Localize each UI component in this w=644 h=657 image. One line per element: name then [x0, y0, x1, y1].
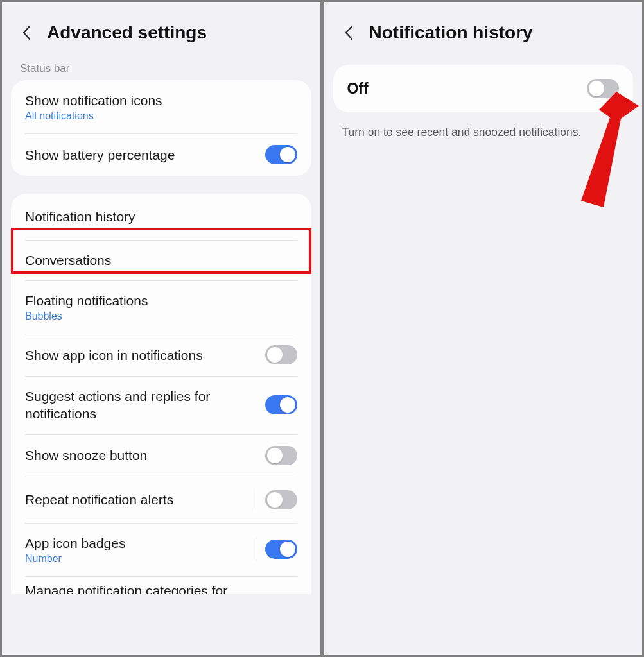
toggle-show-snooze[interactable]	[265, 446, 297, 465]
row-sub: Bubbles	[25, 311, 297, 322]
toggle-separator	[256, 538, 256, 561]
toggle-separator	[256, 488, 256, 511]
row-sub: Number	[25, 553, 247, 565]
notifications-card: Notification history Conversations Float…	[11, 194, 311, 594]
row-show-app-icon[interactable]: Show app icon in notifications	[11, 334, 311, 376]
row-title: Show app icon in notifications	[25, 346, 256, 364]
back-icon[interactable]	[340, 24, 358, 42]
row-show-notification-icons[interactable]: Show notification icons All notification…	[11, 80, 311, 133]
row-title: Show battery percentage	[25, 146, 256, 164]
row-sub: All notifications	[25, 110, 297, 122]
advanced-settings-screen: Advanced settings Status bar Show notifi…	[0, 0, 322, 657]
row-title: Conversations	[25, 252, 297, 269]
row-show-battery-percentage[interactable]: Show battery percentage	[11, 133, 311, 176]
header: Advanced settings	[2, 2, 320, 56]
row-app-icon-badges[interactable]: App icon badges Number	[11, 523, 311, 576]
toggle-battery-percentage[interactable]	[265, 145, 297, 164]
row-title: Show notification icons	[25, 92, 297, 109]
row-floating-notifications[interactable]: Floating notifications Bubbles	[11, 280, 311, 334]
header: Notification history	[324, 2, 643, 56]
toggle-notification-history[interactable]	[587, 79, 619, 98]
row-title: Show snooze button	[25, 447, 256, 464]
row-title: Floating notifications	[25, 292, 297, 309]
row-repeat-alerts[interactable]: Repeat notification alerts	[11, 477, 311, 523]
status-card: Off	[333, 65, 634, 112]
page-title: Advanced settings	[47, 22, 207, 43]
toggle-app-icon-badges[interactable]	[265, 540, 297, 559]
section-label-status-bar: Status bar	[2, 56, 320, 80]
row-title: Notification history	[25, 208, 297, 225]
toggle-suggest-actions[interactable]	[265, 395, 297, 414]
status-bar-card: Show notification icons All notification…	[11, 80, 311, 176]
row-suggest-actions[interactable]: Suggest actions and replies for notifica…	[11, 376, 311, 434]
back-icon[interactable]	[17, 24, 35, 42]
toggle-repeat-alerts[interactable]	[265, 490, 297, 509]
row-conversations[interactable]: Conversations	[11, 240, 311, 280]
row-title: App icon badges	[25, 534, 247, 552]
page-title: Notification history	[369, 22, 533, 43]
row-title: Repeat notification alerts	[25, 491, 247, 508]
toggle-show-app-icon[interactable]	[265, 345, 297, 364]
row-title: Manage notification categories for	[25, 582, 297, 594]
notification-history-screen: Notification history Off Turn on to see …	[322, 0, 645, 657]
status-label: Off	[347, 80, 369, 98]
help-text: Turn on to see recent and snoozed notifi…	[324, 112, 643, 153]
row-title: Suggest actions and replies for notifica…	[25, 388, 256, 423]
row-show-snooze[interactable]: Show snooze button	[11, 434, 311, 477]
row-truncated[interactable]: Manage notification categories for	[11, 576, 311, 594]
row-notification-history[interactable]: Notification history	[11, 194, 311, 239]
